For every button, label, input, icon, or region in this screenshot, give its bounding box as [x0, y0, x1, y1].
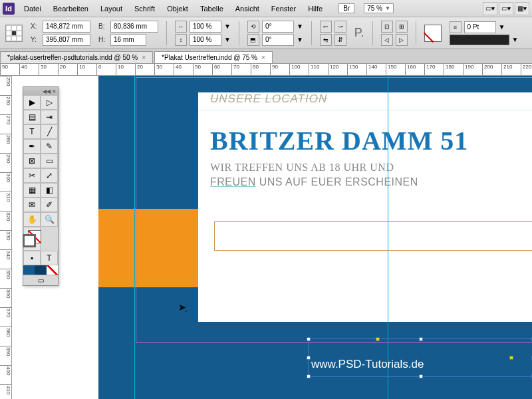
bridge-button[interactable]: Br: [338, 3, 354, 13]
shear-icon: ⬒: [247, 34, 259, 46]
w-label: B:: [98, 23, 108, 30]
pen-tool[interactable]: ✒: [23, 139, 41, 154]
arrange-docs-icon[interactable]: ▦▾: [515, 2, 529, 15]
h-label: H:: [98, 36, 108, 43]
menu-tabelle[interactable]: Tabelle: [195, 3, 229, 15]
close-tab-icon[interactable]: ×: [142, 54, 146, 61]
rotate-field[interactable]: [262, 21, 294, 33]
scale-x-field[interactable]: [190, 21, 221, 33]
apply-color-icon[interactable]: ▪: [23, 251, 41, 265]
menu-schrift[interactable]: Schrift: [129, 3, 160, 15]
tab-label: *Plakat Usertreffen.indd @ 75 %: [162, 54, 257, 61]
reference-point-selector[interactable]: [5, 25, 23, 42]
select-container-icon[interactable]: ⊡: [381, 21, 393, 33]
selection-handle[interactable]: [307, 374, 311, 378]
scale-y-field[interactable]: [190, 34, 221, 46]
rotate-icon: ⟲: [247, 21, 259, 33]
p-indicator-icon: P.: [354, 26, 364, 40]
document-tab-bar: *plakat-usertreffen-psdtutorials.indd @ …: [0, 49, 532, 64]
free-transform-tool[interactable]: ⤢: [41, 168, 58, 183]
rectangle-tool[interactable]: ▭: [41, 154, 58, 168]
direct-selection-tool[interactable]: ▷: [41, 95, 58, 110]
gradient-swatch-tool[interactable]: ▦: [23, 183, 41, 198]
formatting-text-icon[interactable]: T: [41, 251, 58, 265]
screen-mode-icon[interactable]: ▭▾: [499, 2, 513, 15]
x-position-field[interactable]: [43, 21, 90, 33]
selection-tool[interactable]: ▶: [23, 95, 41, 110]
document-tab-2[interactable]: *Plakat Usertreffen.indd @ 75 % ×: [154, 51, 273, 63]
zoom-tool[interactable]: 🔍: [41, 212, 58, 227]
fill-stroke-proxy[interactable]: [23, 227, 41, 251]
view-options-icon[interactable]: ▭▾: [483, 2, 497, 15]
width-field[interactable]: [110, 21, 158, 33]
height-field[interactable]: [110, 34, 146, 46]
eyedropper-tool[interactable]: ✐: [41, 198, 58, 212]
gradient-feather-tool[interactable]: ◧: [41, 183, 58, 198]
y-label: Y:: [31, 36, 40, 43]
menu-fenster[interactable]: Fenster: [266, 3, 301, 15]
shear-field[interactable]: [262, 34, 294, 46]
zoom-level-value: 75 %: [367, 5, 382, 12]
rectangle-frame-tool[interactable]: ⊠: [23, 154, 41, 168]
selection-handle[interactable]: [419, 374, 423, 378]
select-next-icon[interactable]: ▷: [396, 34, 408, 46]
stroke-weight-icon: ≡: [450, 21, 462, 33]
line-tool[interactable]: ╱: [41, 124, 58, 139]
selection-handle[interactable]: [419, 337, 423, 341]
note-tool[interactable]: ✉: [23, 198, 41, 212]
vertical-guide[interactable]: [134, 76, 135, 399]
menu-bearbeiten[interactable]: Bearbeiten: [48, 3, 94, 15]
selection-bounding-box[interactable]: [308, 338, 532, 377]
select-prev-icon[interactable]: ◁: [381, 34, 393, 46]
menu-ansicht[interactable]: Ansicht: [230, 3, 265, 15]
select-content-icon[interactable]: ⊞: [396, 21, 408, 33]
selection-anchor-handle[interactable]: [376, 337, 380, 341]
selection-live-corner-handle[interactable]: [509, 356, 513, 360]
selection-handle[interactable]: [307, 337, 311, 341]
vertical-ruler[interactable]: 2502602702802903003103203303403503603703…: [0, 76, 12, 399]
menu-objekt[interactable]: Objekt: [162, 3, 194, 15]
menu-hilfe[interactable]: Hilfe: [303, 3, 328, 15]
margin-guide: [136, 77, 532, 343]
x-label: X:: [31, 23, 40, 30]
horizontal-ruler[interactable]: 5040302010010203040506070809010011012013…: [0, 64, 532, 76]
type-tool[interactable]: T: [23, 124, 41, 139]
gap-tool[interactable]: ⇥: [41, 110, 58, 124]
flip-v-icon[interactable]: ⇵: [334, 34, 346, 46]
dropdown-arrow-icon: ▼: [385, 5, 390, 11]
color-theme-row[interactable]: [23, 265, 58, 275]
flip-h-icon[interactable]: ⇋: [320, 34, 332, 46]
menu-datei[interactable]: Datei: [19, 3, 47, 15]
tab-label: *plakat-usertreffen-psdtutorials.indd @ …: [7, 54, 138, 61]
tools-panel[interactable]: ◀◀ ✕ ▶ ▷ ▤ ⇥ T ╱ ✒ ✎ ⊠ ▭ ✂ ⤢ ▦ ◧ ✉ ✐ ✋ 🔍…: [23, 86, 59, 286]
pencil-tool[interactable]: ✎: [41, 139, 58, 154]
panel-collapse-icon[interactable]: ◀◀ ✕: [23, 87, 58, 95]
rotate-ccw-icon[interactable]: ⤺: [320, 21, 332, 33]
cursor-icon: ➤▫: [178, 302, 188, 313]
control-bar: X: Y: B: H: ↔▼ ↕▼ ⟲▼ ⬒▼ ⤺⤻ ⇋⇵ P. ⊡⊞ ◁▷ ≡…: [0, 17, 532, 49]
selection-handle[interactable]: [307, 356, 311, 360]
zoom-level-combo[interactable]: 75 % ▼: [364, 3, 394, 13]
document-canvas[interactable]: UNSERE LOCATION BRITZER DAMM 51 WIR TREF…: [12, 76, 532, 399]
scale-y-icon: ↕: [175, 34, 187, 46]
stroke-style-combo[interactable]: [450, 35, 509, 45]
menu-bar: Id Datei Bearbeiten Layout Schrift Objek…: [0, 0, 532, 17]
fill-stroke-swatch[interactable]: [424, 25, 442, 42]
app-icon: Id: [3, 3, 15, 15]
view-mode-toggle[interactable]: ▭: [23, 275, 58, 285]
close-tab-icon[interactable]: ×: [261, 54, 265, 61]
menu-layout[interactable]: Layout: [95, 3, 128, 15]
page-tool[interactable]: ▤: [23, 110, 41, 124]
rotate-cw-icon[interactable]: ⤻: [334, 21, 346, 33]
scale-x-icon: ↔: [175, 21, 187, 33]
y-position-field[interactable]: [43, 34, 90, 46]
scissors-tool[interactable]: ✂: [23, 168, 41, 183]
stroke-weight-field[interactable]: [464, 21, 496, 33]
hand-tool[interactable]: ✋: [23, 212, 41, 227]
document-tab-1[interactable]: *plakat-usertreffen-psdtutorials.indd @ …: [0, 51, 153, 63]
